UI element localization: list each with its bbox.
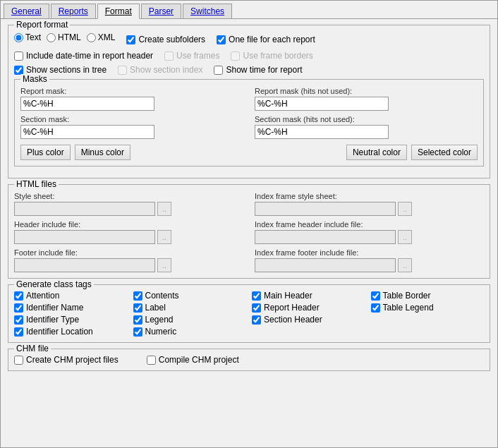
- index-style-label: Index frame style sheet:: [255, 192, 484, 200]
- index-header-label: Index frame header include file:: [255, 220, 484, 229]
- check-numeric[interactable]: Numeric: [133, 327, 247, 337]
- radio-xml-label: XML: [98, 32, 116, 42]
- check-numeric-input[interactable]: [133, 327, 142, 337]
- neutral-color-button[interactable]: Neutral color: [346, 145, 407, 160]
- index-footer-browse[interactable]: ..: [398, 258, 412, 272]
- create-subfolders-check[interactable]: Create subfolders: [126, 35, 205, 44]
- report-mask-input[interactable]: [20, 97, 154, 111]
- index-style-browse[interactable]: ..: [398, 202, 412, 216]
- radio-text[interactable]: Text: [14, 32, 41, 42]
- radio-html[interactable]: HTML: [47, 32, 81, 42]
- footer-include-label: Footer include file:: [14, 248, 243, 257]
- masks-label: Masks: [20, 74, 49, 84]
- index-style-input[interactable]: [255, 202, 396, 216]
- html-files-content: Style sheet: .. Index frame style sheet:…: [14, 188, 484, 272]
- create-chm-check[interactable]: Create CHM project files: [14, 355, 119, 365]
- tab-switches[interactable]: Switches: [183, 4, 232, 18]
- show-section-index-check[interactable]: Show section index: [118, 65, 202, 75]
- tab-parser-label[interactable]: Parser: [149, 6, 174, 16]
- style-sheet-browse[interactable]: ..: [157, 202, 171, 216]
- footer-include-browse[interactable]: ..: [157, 258, 171, 272]
- check-identifier-type-input[interactable]: [14, 315, 23, 325]
- section-mask-label: Section mask:: [20, 115, 243, 123]
- check-identifier-type-label: Identifier Type: [26, 315, 79, 325]
- check-contents-input[interactable]: [133, 291, 142, 301]
- check-identifier-name-input[interactable]: [14, 303, 23, 313]
- check-report-header-input[interactable]: [252, 303, 261, 313]
- compile-chm-label: Compile CHM project: [159, 355, 239, 365]
- index-header-browse[interactable]: ..: [398, 230, 412, 244]
- check-identifier-type[interactable]: Identifier Type: [14, 315, 128, 325]
- radio-html-input[interactable]: [47, 33, 56, 42]
- check-identifier-location[interactable]: Identifier Location: [14, 327, 128, 337]
- show-section-index-label: Show section index: [130, 65, 202, 75]
- use-frames-input[interactable]: [164, 52, 174, 61]
- content-area: Report format Text HTML: [1, 19, 497, 382]
- style-sheet-input[interactable]: [14, 202, 155, 216]
- section-mask-input[interactable]: [20, 125, 154, 139]
- tab-general[interactable]: General: [4, 4, 49, 18]
- create-chm-label: Create CHM project files: [26, 355, 119, 365]
- check-main-header[interactable]: Main Header: [252, 291, 365, 301]
- one-file-input[interactable]: [217, 35, 226, 44]
- one-file-check[interactable]: One file for each report: [217, 35, 315, 44]
- index-header-field: Index frame header include file: ..: [255, 220, 484, 244]
- tab-reports-label[interactable]: Reports: [59, 6, 88, 16]
- selected-color-button[interactable]: Selected color: [411, 145, 478, 160]
- show-section-index-input[interactable]: [118, 66, 127, 75]
- check-attention-input[interactable]: [14, 291, 23, 301]
- tab-format[interactable]: Format: [97, 4, 140, 19]
- check-label-input[interactable]: [133, 303, 142, 313]
- show-sections-tree-label: Show sections in tree: [26, 65, 107, 75]
- header-include-browse[interactable]: ..: [157, 230, 171, 244]
- check-table-legend[interactable]: Table Legend: [371, 303, 485, 313]
- check-legend-input[interactable]: [133, 315, 142, 325]
- show-time-check[interactable]: Show time for report: [214, 65, 302, 75]
- check-attention[interactable]: Attention: [14, 291, 128, 301]
- report-mask-hits-input[interactable]: [255, 97, 389, 111]
- include-datetime-input[interactable]: [14, 52, 23, 61]
- check-table-border-label: Table Border: [383, 291, 431, 301]
- use-frames-check[interactable]: Use frames: [164, 51, 219, 61]
- radio-xml[interactable]: XML: [87, 32, 116, 42]
- check-legend[interactable]: Legend: [133, 315, 247, 325]
- radio-xml-input[interactable]: [87, 33, 96, 42]
- tab-switches-label[interactable]: Switches: [190, 6, 224, 16]
- check-identifier-location-input[interactable]: [14, 327, 23, 337]
- tab-parser[interactable]: Parser: [141, 4, 181, 18]
- check-main-header-input[interactable]: [252, 291, 261, 301]
- compile-chm-input[interactable]: [147, 356, 156, 365]
- create-chm-input[interactable]: [14, 356, 23, 365]
- report-format-label: Report format: [14, 20, 70, 30]
- class-tags-grid: Attention Contents Main Header Table Bor…: [14, 288, 484, 337]
- check-section-header[interactable]: Section Header: [252, 315, 365, 325]
- include-datetime-check[interactable]: Include date-time in report header: [14, 51, 153, 61]
- compile-chm-check[interactable]: Compile CHM project: [147, 355, 239, 365]
- create-subfolders-input[interactable]: [126, 35, 135, 44]
- use-frame-borders-check[interactable]: Use frame borders: [231, 51, 312, 61]
- check-table-border[interactable]: Table Border: [371, 291, 485, 301]
- tab-reports[interactable]: Reports: [51, 4, 96, 18]
- check-section-header-input[interactable]: [252, 315, 261, 325]
- check-table-border-input[interactable]: [371, 291, 380, 301]
- header-include-input[interactable]: [14, 230, 155, 244]
- check-identifier-name[interactable]: Identifier Name: [14, 303, 128, 313]
- check-table-legend-input[interactable]: [371, 303, 380, 313]
- section-mask-hits-input[interactable]: [255, 125, 389, 139]
- plus-color-button[interactable]: Plus color: [20, 145, 71, 160]
- check-contents[interactable]: Contents: [133, 291, 247, 301]
- use-frames-label: Use frames: [176, 51, 219, 61]
- index-header-input[interactable]: [255, 230, 396, 244]
- tab-general-label[interactable]: General: [11, 6, 42, 16]
- check-report-header[interactable]: Report Header: [252, 303, 365, 313]
- index-footer-input[interactable]: [255, 258, 396, 272]
- radio-text-input[interactable]: [14, 33, 23, 42]
- show-sections-tree-check[interactable]: Show sections in tree: [14, 65, 107, 75]
- minus-color-button[interactable]: Minus color: [75, 145, 130, 160]
- show-sections-tree-input[interactable]: [14, 66, 23, 75]
- footer-include-input[interactable]: [14, 258, 155, 272]
- use-frame-borders-input[interactable]: [231, 52, 240, 61]
- mask-col-right-2: Section mask (hits not used):: [255, 115, 478, 139]
- show-time-input[interactable]: [214, 66, 223, 75]
- check-label[interactable]: Label: [133, 303, 247, 313]
